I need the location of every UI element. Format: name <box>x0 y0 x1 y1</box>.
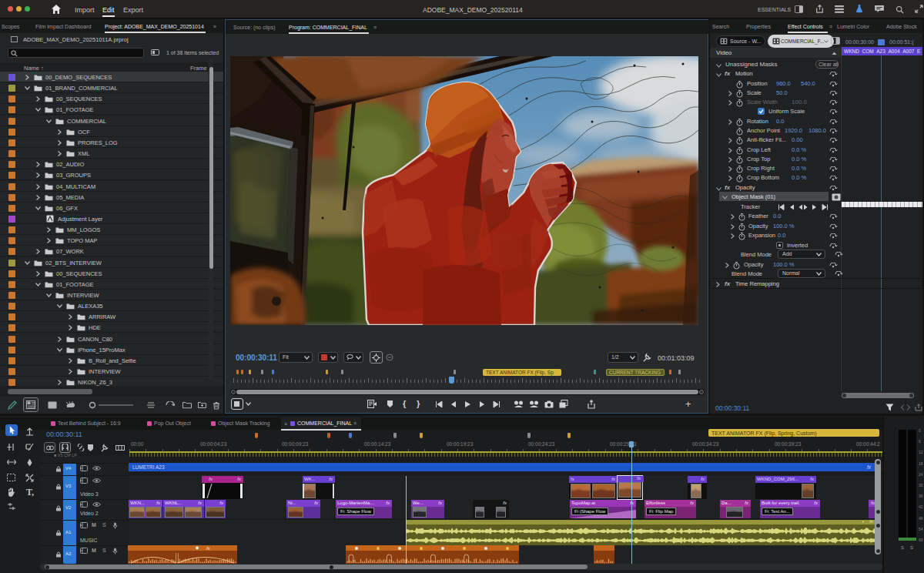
svg-text:fx: fx <box>206 546 211 551</box>
